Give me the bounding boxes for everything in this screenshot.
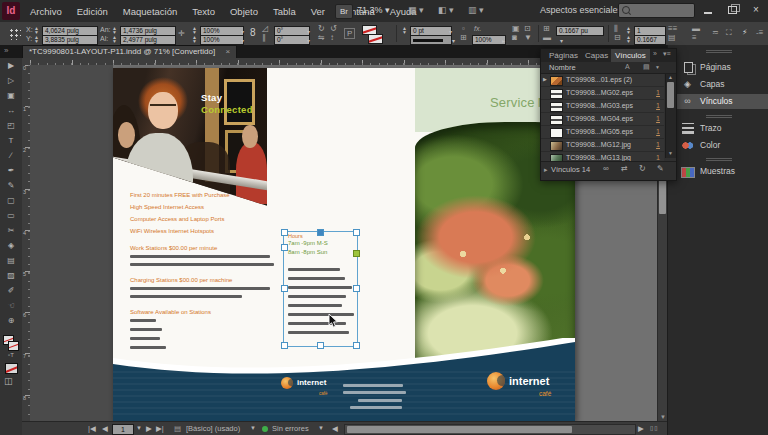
link-page-number[interactable]: 1: [656, 102, 660, 109]
link-page-number[interactable]: 1: [656, 89, 660, 96]
vertical-scroll-thumb[interactable]: [659, 178, 666, 214]
selected-text-frame[interactable]: Hours 7am -9pm M-S 8am -8pm Sun: [283, 231, 358, 347]
link-row[interactable]: TC99908...MG03.eps 1: [541, 100, 664, 113]
pen-tool[interactable]: ✒: [0, 163, 22, 178]
link-row[interactable]: TC99908...MG12.jpg 1: [541, 139, 664, 152]
link-page-number[interactable]: 1: [656, 154, 660, 161]
selection-handle[interactable]: [317, 229, 324, 236]
menu-item[interactable]: Archivo: [30, 6, 62, 17]
selection-handle[interactable]: [353, 285, 360, 292]
tab-capas[interactable]: Capas: [581, 49, 612, 62]
rotate-cw-icon[interactable]: ↻: [318, 24, 325, 33]
horizontal-scrollbar[interactable]: [344, 424, 636, 435]
direct-selection-tool[interactable]: ▷: [0, 73, 22, 88]
gradient-tool[interactable]: ▤: [0, 253, 22, 268]
y-stepper[interactable]: ▲▼: [34, 35, 39, 43]
shear-field[interactable]: 0°: [274, 35, 310, 45]
height-stepper[interactable]: ▲▼: [112, 35, 117, 43]
arrange-documents-button[interactable]: ▥ ▾: [468, 5, 484, 15]
hand-tool[interactable]: ☜: [0, 298, 22, 313]
gutter-stepper[interactable]: ▲▼: [626, 35, 631, 43]
clear-attributes-icon[interactable]: ≂: [712, 28, 719, 37]
flip-vertical-icon[interactable]: ↕: [330, 33, 334, 42]
menu-item[interactable]: Objeto: [230, 6, 258, 17]
chevron-down-icon[interactable]: ▼: [318, 422, 324, 435]
edit-original-icon[interactable]: ✎: [657, 164, 664, 173]
first-page-button[interactable]: |◀: [88, 422, 96, 435]
chevron-down-icon[interactable]: ▾: [560, 37, 563, 44]
text-align-icons[interactable]: ≡: [692, 33, 697, 42]
eyedropper-tool[interactable]: ✐: [0, 283, 22, 298]
chevron-down-icon[interactable]: ▾: [241, 37, 244, 44]
zoom-tool[interactable]: ⊕: [0, 313, 22, 328]
height-field[interactable]: 2,4977 pulg: [120, 35, 176, 45]
links-scrollbar[interactable]: ▲ ▼: [665, 74, 676, 158]
spread-view-icons[interactable]: ▯▯: [650, 422, 659, 435]
align-icons[interactable]: ≡≡: [668, 24, 677, 33]
chevron-down-icon[interactable]: ▾: [452, 37, 455, 44]
stroke-color-none-swatch[interactable]: [368, 34, 383, 44]
effects-button[interactable]: fx.: [474, 24, 481, 33]
pasteboard[interactable]: [30, 65, 113, 421]
chevron-down-icon[interactable]: ▼: [250, 422, 256, 435]
brochure-page[interactable]: Stay Connected First 20 minutes FREE wit…: [113, 68, 575, 421]
close-button[interactable]: ×: [746, 3, 766, 17]
menu-item[interactable]: Ver: [311, 6, 325, 17]
tab-paginas[interactable]: Páginas: [545, 49, 582, 62]
frame-tool[interactable]: ▢: [0, 193, 22, 208]
cc-libraries-icon[interactable]: ∞: [603, 164, 609, 173]
chevron-down-icon[interactable]: ▾: [449, 28, 452, 35]
menu-item[interactable]: Tabla: [273, 6, 296, 17]
zoom-level-dropdown[interactable]: 71,3% ▾: [357, 5, 390, 15]
dock-item-capas[interactable]: ◈ Capas: [668, 77, 768, 92]
flip-horizontal-icon[interactable]: ⇋: [318, 33, 325, 42]
document-tab[interactable]: *TC9990801-LAYOUT-P11.indd @ 71% [Conver…: [22, 45, 237, 59]
columns-stepper[interactable]: ▲▼: [626, 26, 631, 34]
free-transform-tool[interactable]: ◈: [0, 238, 22, 253]
scale-y-field[interactable]: 100%: [200, 35, 244, 45]
width-stepper[interactable]: ▲▼: [112, 26, 117, 34]
page-number-field[interactable]: 1: [112, 424, 134, 435]
opacity-field[interactable]: 100%: [472, 35, 506, 45]
page-tool[interactable]: ▣: [0, 88, 22, 103]
previous-page-button[interactable]: ◀: [102, 422, 108, 435]
selection-handle[interactable]: [281, 229, 288, 236]
preflight-profile-label[interactable]: [Básico] (usado): [186, 422, 240, 435]
scroll-up-icon[interactable]: ▲: [668, 74, 673, 80]
panel-menu-icon[interactable]: -≡: [756, 28, 763, 37]
cafe-photo[interactable]: [113, 68, 267, 210]
gutter-field[interactable]: 0.1667: [634, 35, 666, 45]
gap-tool[interactable]: ↔: [0, 103, 22, 118]
fill-stroke-swatches[interactable]: [3, 335, 18, 349]
rectangle-tool[interactable]: ▭: [0, 208, 22, 223]
scroll-left-icon[interactable]: ◀: [332, 422, 338, 435]
menu-item[interactable]: Edición: [77, 6, 108, 17]
name-column-header[interactable]: Nombre: [549, 63, 576, 72]
panel-menu-icon[interactable]: ▾≡: [663, 50, 671, 58]
dock-item-muestras[interactable]: Muestras: [668, 164, 768, 179]
next-page-button[interactable]: ▶: [146, 422, 152, 435]
screen-mode-icon[interactable]: ◫: [4, 376, 13, 386]
scissors-tool[interactable]: ✂: [0, 223, 22, 238]
dock-grip[interactable]: [706, 115, 732, 118]
stroke-style-dropdown[interactable]: [410, 35, 452, 45]
dock-item-color[interactable]: Color: [668, 138, 768, 153]
relink-icon[interactable]: ⇄: [621, 164, 628, 173]
wrap-none-icon[interactable]: ◙: [512, 33, 517, 42]
bridge-button[interactable]: Br: [335, 4, 353, 19]
select-container-button[interactable]: P: [344, 28, 355, 39]
quick-apply-icon[interactable]: ⚡: [742, 28, 748, 37]
y-field[interactable]: 3,8835 pulg: [42, 35, 98, 45]
drop-shadow-icon[interactable]: ▫: [462, 24, 465, 33]
chevron-down-icon[interactable]: ▾: [241, 28, 244, 35]
reference-point-proxy[interactable]: [8, 27, 21, 40]
link-page-number[interactable]: 1: [656, 115, 660, 122]
link-row[interactable]: TC99908...MG02.eps 1: [541, 87, 664, 100]
screen-mode-button[interactable]: ◧ ▾: [438, 5, 454, 15]
expand-arrow-icon[interactable]: ▶: [543, 76, 547, 82]
paragraph-style-box[interactable]: ▬: [692, 24, 700, 33]
formatting-affects-buttons[interactable]: ▫T: [2, 352, 20, 358]
last-page-button[interactable]: ▶|: [156, 422, 164, 435]
rotate-ccw-icon[interactable]: ↺: [330, 24, 337, 33]
fullscreen-icon[interactable]: ⛶: [726, 28, 732, 37]
